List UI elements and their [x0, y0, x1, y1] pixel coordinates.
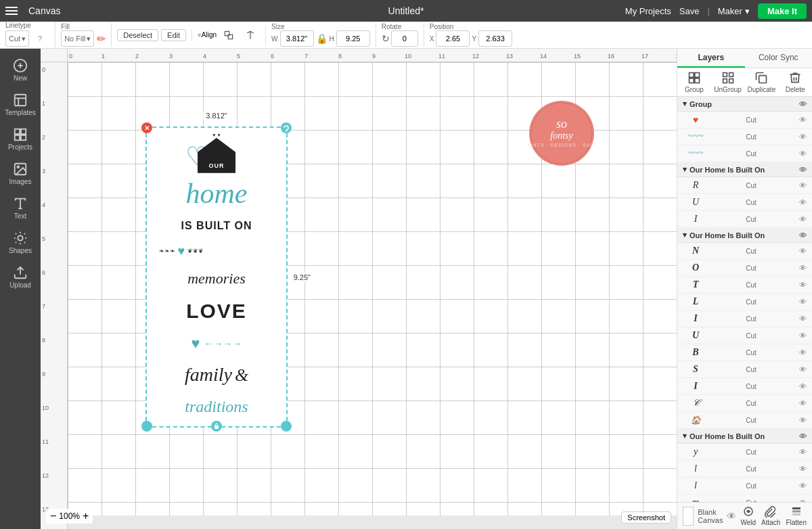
layer-item[interactable]: U Cut 👁 — [677, 327, 812, 344]
rotate-handle[interactable] — [281, 122, 292, 133]
layer-eye-icon[interactable]: 👁 — [799, 331, 807, 340]
size-width-input[interactable]: 3.812" — [280, 30, 314, 47]
layer-eye-icon[interactable]: 👁 — [799, 116, 807, 124]
layer-eye-icon[interactable]: 👁 — [799, 482, 807, 490]
layer-group-1[interactable]: ▾ Group 👁 — [677, 97, 812, 112]
sidebar-item-new[interactable]: New — [3, 54, 38, 86]
screenshot-button[interactable]: Screenshot — [621, 511, 671, 524]
tab-layers[interactable]: Layers — [677, 49, 745, 68]
layer-item[interactable]: I Cut 👁 — [677, 211, 812, 228]
layer-eye-icon[interactable]: 👁 — [799, 448, 807, 456]
svg-rect-14 — [21, 135, 26, 140]
layer-item[interactable]: B Cut 👁 — [677, 344, 812, 361]
layer-item[interactable]: m Cut 👁 — [677, 495, 812, 502]
rotate-input[interactable] — [391, 30, 418, 47]
layer-eye-icon[interactable]: 👁 — [799, 298, 807, 306]
group-visibility-icon[interactable]: 👁 — [799, 432, 807, 440]
layer-eye-icon[interactable]: 👁 — [799, 465, 807, 473]
layer-item[interactable]: 𝒞 Cut 👁 — [677, 395, 812, 412]
layer-eye-icon[interactable]: 👁 — [799, 315, 807, 323]
layer-item[interactable]: l Cut 👁 — [677, 461, 812, 478]
layer-group-our-home-1[interactable]: ▾ Our Home Is Built On 👁 — [677, 162, 812, 177]
sidebar-item-shapes[interactable]: Shapes — [3, 227, 38, 258]
duplicate-button[interactable]: Duplicate — [745, 68, 779, 96]
layer-item[interactable]: S Cut 👁 — [677, 361, 812, 378]
layer-eye-icon[interactable]: 👁 — [799, 150, 807, 158]
save-link[interactable]: Save — [679, 6, 700, 16]
lock-aspect-icon[interactable]: 🔒 — [316, 33, 328, 44]
sidebar-item-upload[interactable]: Upload — [3, 261, 38, 293]
position-x-input[interactable] — [436, 30, 470, 47]
hamburger-menu[interactable] — [5, 7, 18, 15]
attach-button[interactable]: Attach — [761, 505, 780, 526]
layer-item[interactable]: ~~~ Cut 👁 — [677, 145, 812, 162]
layer-group-our-home-3[interactable]: ▾ Our Home Is Built On 👁 — [677, 429, 812, 444]
close-handle[interactable]: ✕ — [141, 122, 152, 133]
layer-eye-icon[interactable]: 👁 — [799, 198, 807, 206]
layer-group-our-home-2[interactable]: ▾ Our Home Is Built On 👁 — [677, 228, 812, 243]
zoom-controls[interactable]: − 100% + — [46, 509, 93, 524]
deselect-button[interactable]: Deselect — [117, 29, 158, 41]
group-visibility-icon[interactable]: 👁 — [799, 231, 807, 239]
layer-eye-icon[interactable]: 👁 — [799, 215, 807, 223]
layer-item[interactable]: y Cut 👁 — [677, 444, 812, 461]
layer-eye-icon[interactable]: 👁 — [799, 382, 807, 390]
layer-item[interactable]: ~~~ Cut 👁 — [677, 129, 812, 145]
divider-ornament: ❧❧❧ ♥ ❦❦❦ — [159, 244, 275, 258]
layer-eye-icon[interactable]: 👁 — [799, 416, 807, 424]
flatten-button[interactable]: Flatten — [786, 505, 807, 526]
ungroup-button[interactable]: UnGroup — [711, 68, 745, 96]
layer-item[interactable]: T Cut 👁 — [677, 277, 812, 294]
canvas-area[interactable]: 0 1 2 3 4 5 6 7 8 9 10 11 12 13 14 15 16 — [41, 49, 677, 529]
group-visibility-icon[interactable]: 👁 — [799, 166, 807, 174]
layer-eye-icon[interactable]: 👁 — [799, 348, 807, 356]
linetype-select[interactable]: Cut ▾ — [5, 30, 29, 47]
flip-button[interactable] — [241, 26, 260, 45]
layer-item[interactable]: R Cut 👁 — [677, 177, 812, 194]
fill-pencil-icon[interactable]: ✏ — [97, 32, 106, 45]
weld-button[interactable]: Weld — [740, 505, 756, 526]
design-canvas[interactable]: so fontsy FONTS · DESIGNS · SVGS ✕ 3.812… — [68, 62, 677, 515]
layer-eye-icon[interactable]: 👁 — [799, 247, 807, 255]
design-element[interactable]: ✕ 3.812" 9.25" ♡ — [145, 127, 288, 428]
sidebar-item-projects[interactable]: Projects — [3, 123, 38, 155]
arrange-button[interactable] — [219, 26, 238, 45]
my-projects-link[interactable]: My Projects — [625, 6, 671, 16]
layer-item[interactable]: L Cut 👁 — [677, 294, 812, 310]
zoom-out-button[interactable]: − — [50, 510, 56, 522]
sidebar-item-templates[interactable]: Templates — [3, 89, 38, 120]
layer-item[interactable]: I Cut 👁 — [677, 310, 812, 327]
layer-eye-icon[interactable]: 👁 — [799, 264, 807, 272]
lock-handle[interactable] — [211, 421, 222, 432]
layer-item[interactable]: U Cut 👁 — [677, 194, 812, 211]
make-it-button[interactable]: Make It — [758, 3, 807, 19]
layer-item[interactable]: l Cut 👁 — [677, 478, 812, 495]
tab-color-sync[interactable]: Color Sync — [745, 49, 813, 68]
align-button[interactable]: Align — [198, 26, 217, 45]
linetype-help[interactable]: ? — [30, 29, 49, 48]
layer-eye-icon[interactable]: 👁 — [799, 281, 807, 289]
position-y-input[interactable] — [478, 30, 512, 47]
layer-item[interactable]: ♥ Cut 👁 — [677, 112, 812, 129]
fill-select[interactable]: No Fill ▾ — [61, 30, 94, 47]
sidebar-item-images[interactable]: Images — [3, 158, 38, 189]
group-button[interactable]: Group — [677, 68, 711, 96]
size-height-input[interactable]: 9.25 — [336, 30, 370, 47]
edit-button[interactable]: Edit — [161, 29, 186, 41]
zoom-in-button[interactable]: + — [83, 510, 89, 522]
resize-br-handle[interactable] — [281, 421, 292, 432]
layer-eye-icon[interactable]: 👁 — [799, 365, 807, 373]
group-visibility-icon[interactable]: 👁 — [799, 100, 807, 108]
layer-eye-icon[interactable]: 👁 — [799, 399, 807, 407]
blank-canvas-eye[interactable]: 👁 — [727, 511, 736, 522]
sidebar-item-text[interactable]: Text — [3, 192, 38, 224]
layer-item[interactable]: 🏠 Cut 👁 — [677, 412, 812, 429]
layer-item[interactable]: O Cut 👁 — [677, 260, 812, 277]
layer-item[interactable]: I Cut 👁 — [677, 378, 812, 395]
layer-eye-icon[interactable]: 👁 — [799, 133, 807, 141]
resize-bl-handle[interactable] — [141, 421, 152, 432]
layer-item[interactable]: N Cut 👁 — [677, 243, 812, 260]
layer-eye-icon[interactable]: 👁 — [799, 181, 807, 189]
maker-label[interactable]: Maker ▾ — [718, 6, 750, 16]
delete-button[interactable]: Delete — [778, 68, 812, 96]
